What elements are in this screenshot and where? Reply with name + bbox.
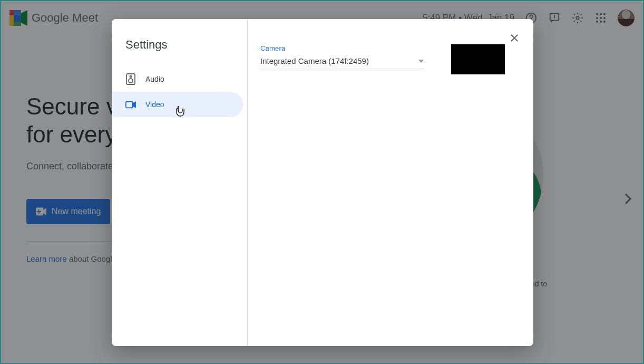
camera-value: Integrated Camera (174f:2459): [260, 56, 369, 65]
camera-icon: [125, 99, 136, 110]
nav-label: Video: [145, 100, 164, 109]
chevron-down-icon: [418, 60, 424, 63]
settings-dialog: Settings Audio Video Camera Integrated C…: [112, 19, 533, 346]
svg-point-29: [130, 76, 132, 78]
camera-field: Camera Integrated Camera (174f:2459): [260, 44, 424, 74]
close-button[interactable]: [505, 28, 524, 47]
speaker-icon: [125, 74, 136, 84]
svg-rect-31: [126, 101, 133, 108]
camera-select[interactable]: Integrated Camera (174f:2459): [260, 56, 424, 69]
svg-marker-33: [418, 60, 424, 63]
settings-content: Camera Integrated Camera (174f:2459): [248, 19, 533, 346]
svg-point-30: [129, 79, 133, 83]
settings-nav-video[interactable]: Video: [112, 92, 243, 117]
camera-label: Camera: [260, 44, 424, 52]
camera-row: Camera Integrated Camera (174f:2459): [260, 44, 506, 74]
settings-sidebar: Settings Audio Video: [112, 19, 248, 346]
nav-label: Audio: [145, 75, 164, 83]
settings-title: Settings: [112, 32, 247, 66]
camera-preview: [451, 44, 505, 74]
svg-marker-32: [133, 102, 135, 107]
settings-nav-audio[interactable]: Audio: [112, 66, 243, 92]
